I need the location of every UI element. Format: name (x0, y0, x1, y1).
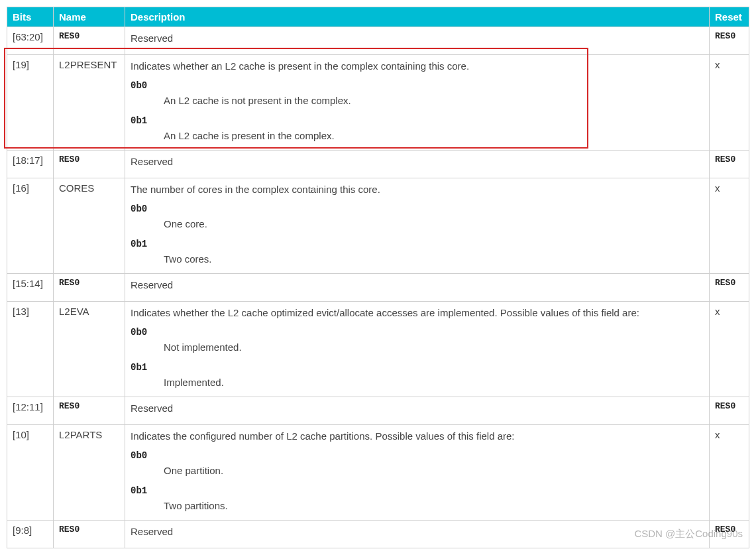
description-intro: Indicates the configured number of L2 ca… (131, 429, 704, 444)
cell-name: RES0 (54, 397, 125, 425)
cell-description: Reserved (125, 274, 710, 302)
table-row: [13]L2EVAIndicates whether the L2 cache … (7, 301, 749, 397)
cell-bits: [12:11] (7, 397, 54, 425)
header-desc: Description (125, 7, 710, 27)
cell-reset: x (710, 424, 749, 521)
cell-reset: RES0 (710, 397, 749, 425)
cell-description: Indicates whether an L2 cache is present… (125, 54, 710, 151)
table-row: [19]L2PRESENTIndicates whether an L2 cac… (7, 54, 749, 151)
cell-description: Indicates the configured number of L2 ca… (125, 424, 710, 521)
cell-name: L2PARTS (54, 424, 125, 521)
value-text: An L2 cache is present in the complex. (164, 129, 704, 144)
cell-name: RES0 (54, 151, 125, 178)
cell-reset: RES0 (710, 274, 749, 302)
value-text: Two partitions. (164, 499, 704, 514)
cell-bits: [16] (7, 178, 54, 274)
value-text: Not implemented. (164, 340, 704, 355)
value-code: 0b0 (131, 80, 704, 91)
table-row: [18:17]RES0ReservedRES0 (7, 151, 749, 178)
description-intro: Reserved (131, 525, 704, 540)
cell-bits: [18:17] (7, 151, 54, 178)
value-code: 0b1 (131, 115, 704, 126)
description-intro: Reserved (131, 155, 704, 170)
table-row: [16]CORESThe number of cores in the comp… (7, 178, 749, 274)
value-text: Implemented. (164, 375, 704, 391)
value-text: An L2 cache is not present in the comple… (164, 93, 704, 109)
cell-name: RES0 (54, 274, 125, 302)
cell-bits: [15:14] (7, 274, 54, 302)
value-code: 0b1 (131, 485, 704, 496)
header-reset: Reset (710, 7, 749, 27)
cell-name: L2PRESENT (54, 54, 125, 151)
header-bits: Bits (7, 7, 54, 27)
description-intro: Indicates whether an L2 cache is present… (131, 59, 704, 74)
cell-name: RES0 (54, 521, 125, 548)
cell-reset: x (710, 301, 749, 397)
cell-description: Reserved (125, 397, 710, 425)
value-code: 0b0 (131, 204, 704, 214)
header-name: Name (54, 7, 125, 27)
value-code: 0b1 (131, 362, 704, 373)
cell-name: L2EVA (54, 301, 125, 397)
cell-description: Reserved (125, 151, 710, 178)
cell-reset: RES0 (710, 151, 749, 178)
cell-description: Reserved (125, 521, 710, 548)
cell-bits: [19] (7, 54, 54, 151)
table-row: [15:14]RES0ReservedRES0 (7, 274, 749, 302)
value-code: 0b1 (131, 239, 704, 249)
cell-description: Indicates whether the L2 cache optimized… (125, 301, 710, 397)
cell-reset: x (710, 178, 749, 274)
cell-name: CORES (54, 178, 125, 274)
value-text: One partition. (164, 464, 704, 479)
table-header-row: Bits Name Description Reset (7, 7, 749, 27)
cell-name: RES0 (54, 27, 125, 55)
value-code: 0b0 (131, 450, 704, 461)
description-intro: The number of cores in the complex conta… (131, 182, 704, 198)
cell-bits: [13] (7, 301, 54, 397)
cell-description: Reserved (125, 27, 710, 55)
table-row: [63:20]RES0ReservedRES0 (7, 27, 749, 55)
table-row: [10]L2PARTSIndicates the configured numb… (7, 424, 749, 521)
cell-bits: [10] (7, 424, 54, 521)
table-row: [12:11]RES0ReservedRES0 (7, 397, 749, 425)
description-intro: Reserved (131, 31, 704, 46)
cell-bits: [9:8] (7, 521, 54, 548)
value-text: Two cores. (164, 252, 704, 267)
cell-description: The number of cores in the complex conta… (125, 178, 710, 274)
value-code: 0b0 (131, 327, 704, 338)
cell-reset: x (710, 54, 749, 151)
description-intro: Reserved (131, 401, 704, 416)
cell-reset: RES0 (710, 521, 749, 548)
register-table: Bits Name Description Reset [63:20]RES0R… (7, 7, 749, 548)
table-row: [9:8]RES0ReservedRES0 (7, 521, 749, 548)
cell-reset: RES0 (710, 27, 749, 55)
cell-bits: [63:20] (7, 27, 54, 55)
value-text: One core. (164, 217, 704, 232)
description-intro: Reserved (131, 278, 704, 293)
description-intro: Indicates whether the L2 cache optimized… (131, 306, 704, 321)
